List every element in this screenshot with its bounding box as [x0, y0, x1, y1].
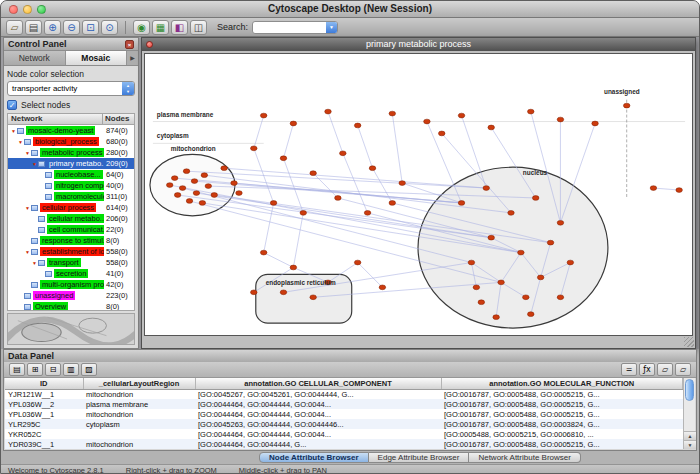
vizmapper-button[interactable]: ◧	[171, 20, 188, 35]
import-network-button[interactable]: ◉	[133, 20, 150, 35]
search-dropdown-arrow-icon[interactable]: ▼	[326, 22, 337, 33]
open-network-button[interactable]: ▱	[6, 20, 23, 35]
tree-row-nitrogen-compo[interactable]: nitrogen compo...40(0)	[8, 180, 134, 191]
network-node[interactable]	[478, 300, 485, 305]
network-node[interactable]	[676, 188, 683, 193]
network-node[interactable]	[528, 312, 535, 317]
network-node[interactable]	[260, 250, 267, 255]
tree-header-network[interactable]: Network	[8, 114, 102, 124]
table-row[interactable]: YPL036W__2plasma membrane[GO:0044464, GO…	[5, 399, 683, 409]
import-attributes-button[interactable]: ▦	[152, 20, 169, 35]
network-window-titlebar[interactable]: primary metabolic process	[142, 38, 695, 51]
network-node[interactable]	[547, 240, 554, 245]
network-node[interactable]	[532, 196, 539, 201]
zoom-out-button[interactable]: ⊖	[63, 20, 80, 35]
network-node[interactable]	[335, 196, 342, 201]
network-node[interactable]	[310, 295, 317, 300]
network-node[interactable]	[205, 184, 212, 189]
table-column-header[interactable]: ID	[5, 378, 83, 389]
network-node[interactable]	[325, 109, 332, 114]
table-column-header[interactable]: annotation.GO CELLULAR_COMPONENT	[195, 378, 441, 389]
network-node[interactable]	[236, 191, 243, 196]
table-row[interactable]: YLR295Ccytoplasm[GO:0045263, GO:0044444,…	[5, 419, 683, 429]
network-node[interactable]	[193, 191, 200, 196]
copy-attribute-button[interactable]: ▥	[63, 363, 79, 376]
tree-row-mosaic-demo-yeast[interactable]: ▼mosaic-demo-yeast874(0)	[8, 125, 134, 136]
network-node[interactable]	[468, 260, 475, 265]
network-node[interactable]	[251, 290, 258, 295]
network-node[interactable]	[528, 109, 535, 114]
tab-scroll-right-icon[interactable]: ▶	[127, 51, 138, 65]
scrollbar-down-icon[interactable]: ▼	[684, 440, 696, 449]
network-node[interactable]	[389, 111, 396, 116]
zoom-fit-button[interactable]: ⊡	[82, 20, 99, 35]
table-column-header[interactable]: _cellularLayoutRegion	[83, 378, 195, 389]
tree-row-primary-metabo[interactable]: ▼primary metabo...209(0)	[8, 158, 134, 169]
network-canvas[interactable]: plasma membranecytoplasmmitochondrionnuc…	[144, 53, 693, 336]
network-node[interactable]	[493, 315, 500, 320]
control-panel-close-icon[interactable]: ×	[125, 40, 134, 49]
search-input[interactable]: ▼	[252, 21, 338, 34]
network-node[interactable]	[508, 210, 515, 215]
tree-expander-open-icon[interactable]: ▼	[10, 128, 17, 134]
network-node[interactable]	[231, 181, 238, 186]
export-attributes-file-button[interactable]: ▱	[675, 363, 691, 376]
network-node[interactable]	[592, 121, 599, 126]
network-node[interactable]	[199, 201, 206, 206]
create-attribute-button[interactable]: ⊞	[27, 363, 43, 376]
tree-row-biological-process[interactable]: ▼biological_process680(0)	[8, 136, 134, 147]
equation-builder-button[interactable]: =	[621, 363, 637, 376]
network-node[interactable]	[557, 117, 564, 122]
scrollbar-up-icon[interactable]: ▲	[684, 431, 696, 440]
tree-row-cell-communicat[interactable]: cell communicat...22(0)	[8, 224, 134, 235]
tree-row-cellular-metabo[interactable]: cellular metabo...206(0)	[8, 213, 134, 224]
zoom-selected-button[interactable]: ⊙	[101, 20, 118, 35]
tree-row-overview[interactable]: Overview8(0)	[8, 301, 134, 311]
plugin-manager-button[interactable]: ◫	[190, 20, 207, 35]
window-resize-grip[interactable]	[684, 337, 694, 347]
network-node[interactable]	[183, 169, 190, 174]
network-node[interactable]	[290, 265, 297, 270]
tree-row-response-to-stimul[interactable]: response to stimul...8(0)	[8, 235, 134, 246]
tree-row-unassigned[interactable]: unassigned223(0)	[8, 290, 134, 301]
network-node[interactable]	[650, 186, 657, 191]
network-node[interactable]	[251, 146, 258, 151]
tab-node-attribute-browser[interactable]: Node Attribute Browser	[259, 452, 369, 463]
tree-expander-open-icon[interactable]: ▼	[24, 150, 31, 156]
table-row[interactable]: YKR052C[GO:0044464, GO:0044444, GO:0044.…	[5, 429, 683, 439]
network-node[interactable]	[498, 280, 505, 285]
tree-header-nodes[interactable]: Nodes	[102, 114, 134, 124]
network-node[interactable]	[354, 123, 361, 128]
tree-row-macromolecule[interactable]: macromolecule...311(0)	[8, 191, 134, 202]
table-vertical-scrollbar[interactable]: ▲ ▼	[683, 378, 695, 449]
window-titlebar[interactable]: Cytoscape Desktop (New Session)	[1, 1, 699, 18]
overview-thumbnail[interactable]	[7, 313, 135, 345]
zoom-in-button[interactable]: ⊕	[44, 20, 61, 35]
network-node[interactable]	[488, 235, 495, 240]
network-node[interactable]	[369, 166, 376, 171]
select-attributes-button[interactable]: ▤	[9, 363, 25, 376]
network-node[interactable]	[438, 131, 445, 136]
network-window-close-button[interactable]	[146, 41, 153, 48]
network-node[interactable]	[310, 171, 317, 176]
network-node[interactable]	[379, 285, 386, 290]
tree-row-cellular-process[interactable]: ▼cellular process614(0)	[8, 202, 134, 213]
color-attribute-select[interactable]: transporter activity ▲▼	[7, 81, 135, 96]
network-node[interactable]	[280, 156, 287, 161]
table-column-header[interactable]: annotation.GO MOLECULAR_FUNCTION	[441, 378, 683, 389]
tree-expander-open-icon[interactable]: ▼	[31, 161, 38, 167]
tree-expander-open-icon[interactable]: ▼	[24, 249, 31, 255]
tree-expander-open-icon[interactable]: ▼	[24, 205, 31, 211]
import-attributes-file-button[interactable]: ▱	[657, 363, 673, 376]
tree-expander-open-icon[interactable]: ▼	[31, 260, 38, 266]
network-node[interactable]	[537, 275, 544, 280]
network-node[interactable]	[221, 166, 228, 171]
table-row[interactable]: YDR039C__1mitochondrion[GO:0044464, GO:0…	[5, 439, 683, 449]
network-node[interactable]	[354, 260, 361, 265]
network-node[interactable]	[389, 201, 396, 206]
network-node[interactable]	[557, 220, 564, 225]
network-node[interactable]	[399, 181, 406, 186]
close-window-button[interactable]	[9, 5, 18, 14]
tree-expander-open-icon[interactable]: ▼	[17, 139, 24, 145]
tree-row-secretion[interactable]: secretion41(0)	[8, 268, 134, 279]
